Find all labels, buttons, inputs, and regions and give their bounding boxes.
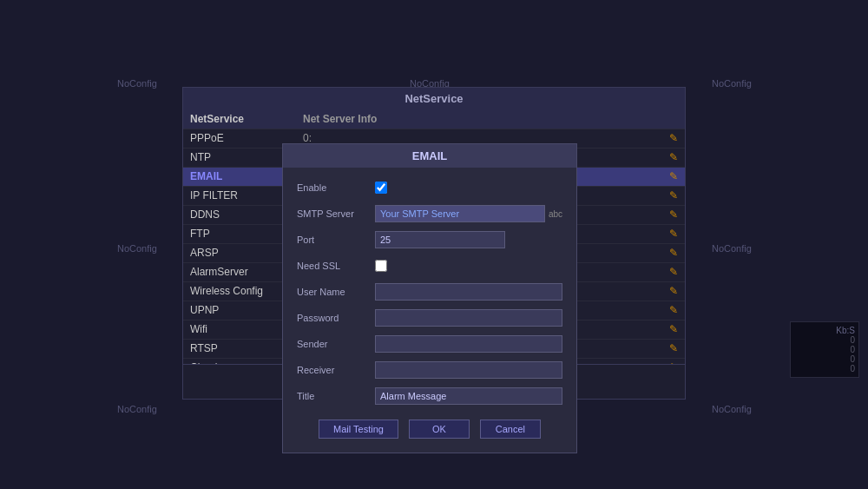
smtp-server-row: SMTP Server abc [297, 204, 562, 223]
title-row: Title [297, 387, 562, 406]
port-row: Port [297, 230, 562, 249]
mail-test-button[interactable]: Mail Testing [319, 420, 398, 439]
sender-input[interactable] [375, 335, 562, 353]
receiver-row: Receiver [297, 360, 562, 380]
sender-row: Sender [297, 334, 562, 354]
smtp-server-input[interactable] [375, 205, 545, 222]
port-label: Port [297, 235, 375, 245]
username-row: User Name [297, 282, 562, 301]
enable-label: Enable [297, 182, 375, 193]
enable-row: Enable [297, 178, 562, 197]
receiver-input[interactable] [375, 361, 562, 379]
kbs-value-1: 0 [794, 335, 855, 345]
kbs-panel: Kb:S 0 0 0 0 [790, 321, 859, 378]
title-input[interactable] [375, 387, 562, 405]
noconfig-ml: NoConfig [117, 243, 157, 254]
sender-label: Sender [297, 339, 375, 349]
password-label: Password [297, 313, 375, 323]
kbs-value-3: 0 [794, 354, 855, 364]
kbs-value-2: 0 [794, 345, 855, 354]
email-cancel-button[interactable]: Cancel [480, 420, 541, 439]
email-modal-body: Enable SMTP Server abc Port Need SSL Use… [283, 168, 576, 453]
enable-checkbox[interactable] [375, 182, 387, 194]
email-modal: EMAIL Enable SMTP Server abc Port Need S… [282, 143, 577, 453]
title-label: Title [297, 391, 375, 401]
noconfig-tr: NoConfig [712, 78, 752, 89]
noconfig-bl: NoConfig [117, 404, 157, 414]
username-input[interactable] [375, 283, 562, 301]
smtp-server-label: SMTP Server [297, 208, 375, 219]
noconfig-mr: NoConfig [712, 243, 752, 254]
need-ssl-label: Need SSL [297, 261, 375, 271]
port-input[interactable] [375, 231, 505, 248]
noconfig-br: NoConfig [712, 404, 752, 414]
header-col2: Net Server Info [296, 109, 662, 129]
main-title: NetService [183, 88, 685, 109]
table-header: NetService Net Server Info [183, 109, 685, 129]
modal-buttons: Mail Testing OK Cancel [297, 413, 562, 442]
username-label: User Name [297, 287, 375, 297]
noconfig-tl: NoConfig [117, 78, 157, 89]
kbs-title: Kb:S [794, 326, 855, 335]
password-row: Password [297, 308, 562, 327]
email-modal-title: EMAIL [283, 144, 576, 168]
receiver-label: Receiver [297, 365, 375, 375]
email-ok-button[interactable]: OK [409, 420, 470, 439]
abc-hint: abc [549, 209, 562, 219]
need-ssl-checkbox[interactable] [375, 260, 387, 272]
password-input[interactable] [375, 309, 562, 327]
need-ssl-row: Need SSL [297, 256, 562, 275]
kbs-value-4: 0 [794, 364, 855, 373]
header-col1: NetService [183, 109, 296, 129]
